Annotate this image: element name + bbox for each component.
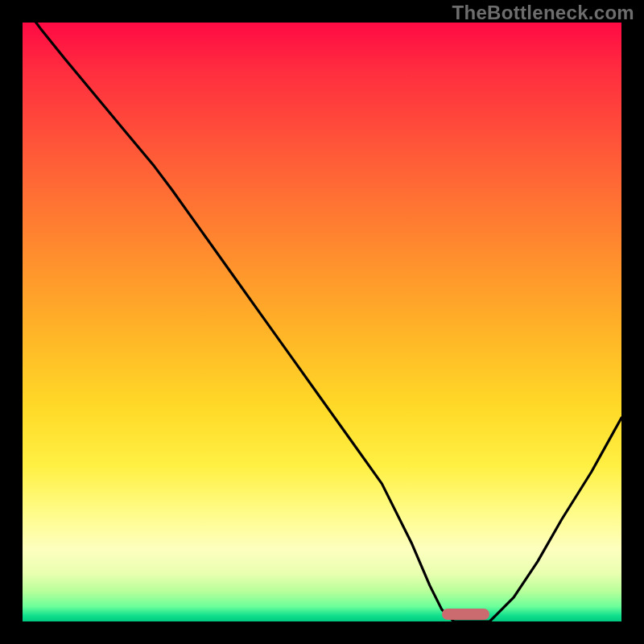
curve-layer — [23, 23, 621, 621]
plot-area — [23, 23, 621, 621]
watermark-text: TheBottleneck.com — [452, 2, 634, 24]
optimal-range-marker — [442, 609, 490, 620]
chart-frame: TheBottleneck.com — [0, 0, 644, 644]
bottleneck-curve — [23, 23, 621, 621]
